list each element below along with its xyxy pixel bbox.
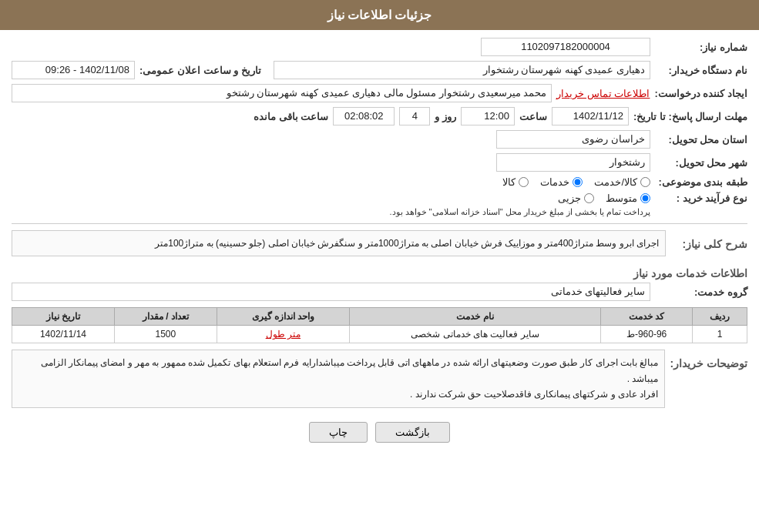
- header-title: جزئیات اطلاعات نیاز: [327, 8, 432, 22]
- tosihaat-label: توضیحات خریدار:: [670, 356, 747, 370]
- cell-kod: 960-96-ط: [601, 326, 693, 343]
- services-table: ردیف کد خدمت نام خدمت واحد اندازه گیری ت…: [12, 307, 747, 343]
- radio-kala-label: کالا: [502, 176, 516, 188]
- sharh-label: شرح کلی نیاز:: [670, 236, 747, 250]
- col-tedad: تعداد / مقدار: [114, 308, 217, 326]
- ostan-value: خراسان رضوی: [496, 130, 650, 149]
- mohlat-rooz-label: روز و: [435, 111, 456, 122]
- radio-motavasset[interactable]: متوسط: [606, 192, 650, 204]
- cell-vahed: متر طول: [217, 326, 349, 343]
- sharh-value: اجرای ابرو وسط متراژ400متر و موزاییک فرش…: [12, 230, 666, 256]
- khadamat-section-title: اطلاعات خدمات مورد نیاز: [12, 267, 747, 279]
- table-row: 1 960-96-ط سایر فعالیت های خدماتی شخصی م…: [12, 326, 747, 343]
- mohlat-remaining-label: ساعت باقی مانده: [254, 111, 328, 122]
- ejad-value: محمد میرسعیدی رشتخوار مسئول مالی دهیاری …: [12, 84, 552, 102]
- mohlat-saat: 12:00: [461, 107, 515, 125]
- radio-motavasset-label: متوسط: [606, 192, 637, 204]
- cell-nam: سایر فعالیت های خدماتی شخصی: [349, 326, 600, 343]
- shahr-value: رشتخوار: [496, 153, 650, 172]
- cell-radif: 1: [693, 326, 747, 343]
- radio-jozii[interactable]: جزیی: [558, 192, 594, 204]
- gorooh-label: گروه خدمت:: [655, 286, 747, 298]
- radio-jozii-label: جزیی: [558, 192, 581, 204]
- mohlat-rooz: 4: [399, 107, 430, 125]
- col-nam: نام خدمت: [349, 308, 600, 326]
- cell-tedad: 1500: [114, 326, 217, 343]
- nam-dastgah-label: نام دستگاه خریدار:: [655, 65, 747, 76]
- col-tarikh: تاریخ نیاز: [12, 308, 115, 326]
- services-table-container: ردیف کد خدمت نام خدمت واحد اندازه گیری ت…: [12, 307, 747, 343]
- ejad-label: ایجاد کننده درخواست:: [654, 88, 747, 99]
- mohlat-saat-label: ساعت: [519, 111, 547, 122]
- page-header: جزئیات اطلاعات نیاز: [0, 0, 759, 30]
- print-button[interactable]: چاپ: [309, 422, 368, 443]
- shahr-label: شهر محل تحویل:: [655, 157, 747, 169]
- ejad-link[interactable]: اطلاعات تماس خریدار: [556, 88, 650, 99]
- divider-1: [12, 223, 747, 224]
- gorooh-value: سایر فعالیتهای خدماتی: [12, 283, 650, 301]
- tabaqeh-radio-group: کالا/خدمت خدمات کالا: [502, 176, 650, 188]
- radio-kala-khadamat[interactable]: کالا/خدمت: [594, 176, 650, 188]
- shmare-niaz-value: 1102097182000004: [481, 38, 650, 56]
- shmare-niaz-label: شماره نیاز:: [655, 42, 747, 53]
- farayand-note: پرداخت تمام یا بخشی از مبلغ خریدار محل "…: [389, 207, 650, 217]
- radio-kala-khadamat-label: کالا/خدمت: [594, 176, 637, 188]
- mohlat-label: مهلت ارسال پاسخ: تا تاریخ:: [633, 111, 747, 122]
- radio-khadamat-label: خدمات: [540, 176, 569, 188]
- tosihaat-value: مبالغ بابت اجرای کار طبق صورت وضعیتهای ا…: [12, 350, 665, 407]
- nam-dastgah-value: دهیاری عمیدی کهنه شهرستان رشتخوار: [274, 61, 650, 79]
- col-kod: کد خدمت: [601, 308, 693, 326]
- mohlat-remaining: 02:08:02: [333, 107, 395, 125]
- radio-kala[interactable]: کالا: [502, 176, 529, 188]
- ostan-label: استان محل تحویل:: [655, 134, 747, 146]
- radio-khadamat[interactable]: خدمات: [540, 176, 583, 188]
- tarikh-elan-label: تاریخ و ساعت اعلان عمومی:: [139, 65, 261, 76]
- tarikh-elan-value: 1402/11/08 - 09:26: [12, 61, 135, 79]
- col-radif: ردیف: [693, 308, 747, 326]
- cell-tarikh: 1402/11/14: [12, 326, 115, 343]
- noee-farayand-label: نوع فرآیند خرید :: [655, 192, 747, 204]
- farayand-radio-group: متوسط جزیی: [389, 192, 650, 204]
- back-button[interactable]: بازگشت: [375, 422, 450, 443]
- mohlat-date: 1402/11/12: [552, 107, 629, 125]
- button-row: بازگشت چاپ: [12, 422, 747, 443]
- col-vahed: واحد اندازه گیری: [217, 308, 349, 326]
- tabaqeh-label: طبقه بندی موضوعی:: [655, 176, 747, 188]
